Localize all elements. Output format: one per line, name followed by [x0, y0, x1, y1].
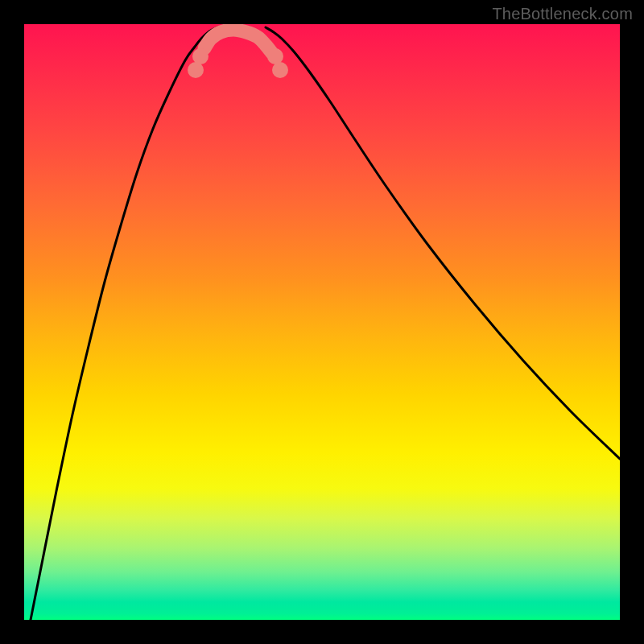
series-path-left-curve [24, 27, 217, 620]
series-marker-left-bulb-top [188, 62, 204, 78]
series-marker-right-bulb-top [272, 62, 288, 78]
series-marker-left-bulb-bottom [192, 48, 208, 64]
chart-svg [24, 24, 620, 620]
series-path-right-curve [266, 27, 620, 459]
series-marker-right-bulb-bottom [267, 48, 283, 64]
chart-frame [24, 24, 620, 620]
series-path-bottom-arc [204, 30, 272, 53]
watermark-text: TheBottleneck.com [492, 5, 633, 23]
